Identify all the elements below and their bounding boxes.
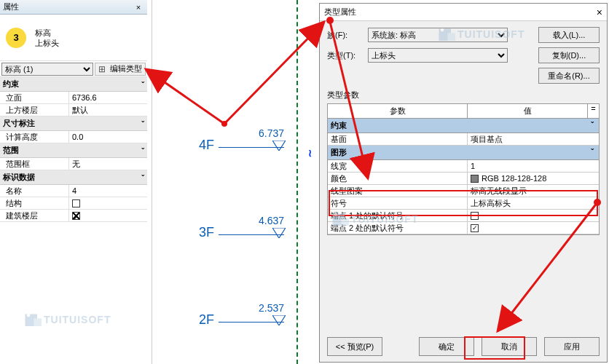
level-label: 2F <box>199 312 214 327</box>
section-dimensions[interactable]: 尺寸标注 <box>0 116 147 131</box>
type-properties-dialog: 类型属性 × 族(F): 系统族: 标高 载入(L)... 类型(T): 上标头… <box>319 3 608 363</box>
dialog-footer: << 预览(P) 确定 取消 应用 <box>320 337 607 356</box>
svg-rect-2 <box>34 319 42 327</box>
level-marker[interactable]: 2.537 2F <box>199 302 284 328</box>
preview-button[interactable]: << 预览(P) <box>327 337 382 356</box>
type-select[interactable]: 上标头 <box>368 48 508 63</box>
dialog-body: 族(F): 系统族: 标高 载入(L)... 类型(T): 上标头 复制(D).… <box>320 21 607 241</box>
annotation-number: 3 <box>6 28 26 48</box>
preview-line1: 标高 <box>35 28 59 38</box>
table-row: 线型图案标高无线段显示 <box>328 185 599 197</box>
edit-type-label: 编辑类型 <box>110 63 142 74</box>
prop-row: 建筑楼层✓ <box>0 210 147 222</box>
table-row: 颜色RGB 128-128-128 <box>328 173 599 185</box>
copy-button[interactable]: 复制(D)... <box>538 47 600 63</box>
prop-row: 范围框无 <box>0 158 147 170</box>
table-row: 符号上标高标头 <box>328 197 599 210</box>
properties-header: 属性 × <box>0 0 147 15</box>
table-row: 端点 1 处的默认符号 <box>328 210 599 222</box>
checkbox-icon[interactable]: ✓ <box>72 212 80 220</box>
type-label: 类型(T): <box>327 50 368 61</box>
section-graphics[interactable]: 图形 <box>328 146 599 160</box>
close-icon[interactable]: × <box>597 7 602 18</box>
table-row: 线宽1 <box>328 160 599 173</box>
prop-row: 上方楼层默认 <box>0 104 147 116</box>
section-constraints[interactable]: 约束 <box>0 77 147 92</box>
svg-point-1 <box>27 314 31 317</box>
color-swatch-icon <box>471 175 479 183</box>
type-selector[interactable]: 标高 (1) <box>1 63 93 76</box>
close-icon[interactable]: × <box>133 1 144 13</box>
apply-button[interactable]: 应用 <box>544 337 600 356</box>
drawing-canvas[interactable]: ≀ 6.737 4F 4.637 3F 2.537 2F <box>152 0 319 364</box>
checkbox-icon[interactable] <box>72 199 80 207</box>
type-selector-row: 标高 (1) 编辑类型 <box>0 61 147 77</box>
prop-row: 名称4 <box>0 185 147 197</box>
checkbox-icon <box>471 212 479 220</box>
level-marker[interactable]: 6.737 4F <box>199 127 284 153</box>
type-params-label: 类型参数 <box>327 90 600 100</box>
section-identity[interactable]: 标识数据 <box>0 170 147 185</box>
col-eq: = <box>587 104 599 118</box>
level-elevation: 4.637 <box>231 215 284 226</box>
edit-type-icon <box>98 64 109 74</box>
level-marker[interactable]: 4.637 3F <box>199 215 284 240</box>
family-label: 族(F): <box>327 30 368 41</box>
watermark: TUITUISOFT <box>22 309 111 331</box>
level-elevation: 6.737 <box>231 127 284 139</box>
rename-button[interactable]: 重命名(R)... <box>538 68 600 84</box>
family-select[interactable]: 系统族: 标高 <box>368 28 508 42</box>
checkbox-icon: ✓ <box>471 224 479 232</box>
dialog-title: 类型属性 <box>324 7 356 17</box>
properties-title: 属性 <box>3 1 133 12</box>
params-header: 参数 值 = <box>328 104 599 119</box>
svg-rect-0 <box>25 314 38 327</box>
prop-row: 计算高度0.0 <box>0 131 147 143</box>
level-label: 4F <box>199 138 214 152</box>
ok-button[interactable]: 确定 <box>419 337 474 356</box>
preview-text: 标高 上标头 <box>35 28 59 48</box>
params-table: 参数 值 = 约束 基面项目基点 图形 线宽1 颜色RGB 128-128-12… <box>327 103 600 235</box>
table-row: 端点 2 处的默认符号✓ <box>328 222 599 234</box>
break-symbol: ≀ <box>308 147 312 159</box>
level-label: 3F <box>199 225 214 240</box>
level-elevation: 2.537 <box>231 302 284 314</box>
prop-row: 立面6736.6 <box>0 92 147 104</box>
table-row: 基面项目基点 <box>328 133 599 146</box>
properties-panel: 属性 × 3 标高 上标头 标高 (1) 编辑类型 约束 立面6736.6 上方… <box>0 0 147 222</box>
edit-type-button[interactable]: 编辑类型 <box>95 63 146 76</box>
section-constraints[interactable]: 约束 <box>328 119 599 133</box>
properties-preview: 3 标高 上标头 <box>0 15 147 61</box>
cancel-button[interactable]: 取消 <box>482 337 537 356</box>
section-extents[interactable]: 范围 <box>0 143 147 158</box>
preview-line2: 上标头 <box>35 38 59 48</box>
col-value: 值 <box>468 104 587 118</box>
prop-row: 结构 <box>0 197 147 210</box>
grid-line <box>296 0 298 364</box>
load-button[interactable]: 载入(L)... <box>538 27 600 43</box>
dialog-titlebar: 类型属性 × <box>320 4 607 21</box>
col-param: 参数 <box>328 104 468 118</box>
